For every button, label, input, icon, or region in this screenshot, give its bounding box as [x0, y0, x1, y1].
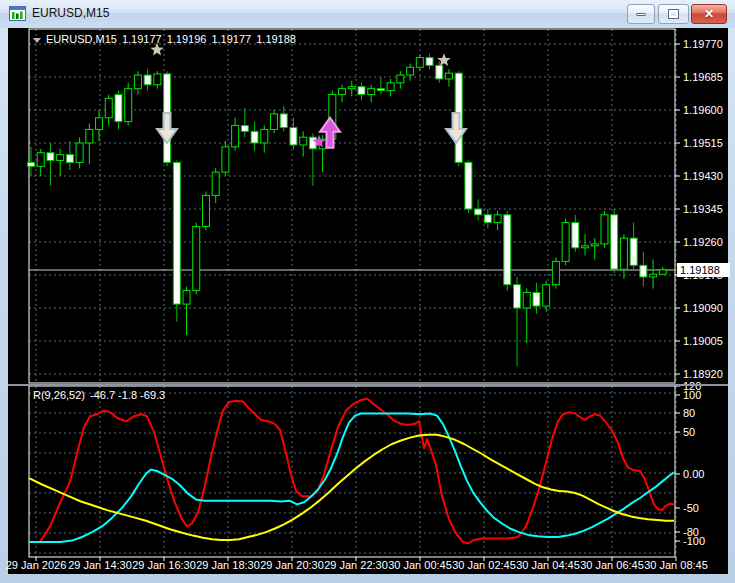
- time-axis-label: 30 Jan 08:45: [644, 559, 708, 571]
- time-axis-label: 29 Jan 14:30: [68, 559, 132, 571]
- time-axis-label: 30 Jan 04:45: [516, 559, 580, 571]
- indicator-name: R(9,26,52): [33, 389, 85, 401]
- chart-ohlc-header: EURUSD,M151.191771.191961.191771.19188: [33, 33, 301, 45]
- time-axis-label: 30 Jan 02:45: [452, 559, 516, 571]
- time-axis-label: 29 Jan 22:30: [324, 559, 388, 571]
- indicator-scale-label: -100: [683, 535, 705, 547]
- minimize-icon: [636, 13, 646, 16]
- mt4-chart-window: EURUSD,M151.191771.191961.191771.19188 R…: [0, 0, 735, 583]
- price-axis-label: 1.19345: [683, 203, 723, 215]
- restore-icon: [669, 10, 678, 18]
- indicator-scale-label: 100: [683, 389, 701, 401]
- chevron-down-icon: [33, 38, 41, 43]
- minimize-button[interactable]: [627, 4, 655, 24]
- time-axis-label: 29 Jan 18:30: [196, 559, 260, 571]
- indicator-values: -46.7 -1.8 -69.3: [90, 389, 165, 401]
- window-title: EURUSD,M15: [32, 6, 109, 20]
- chart-canvas[interactable]: [8, 28, 728, 574]
- indicator-scale-label: -50: [683, 502, 699, 514]
- title-bar[interactable]: EURUSD,M15 ✕: [0, 0, 735, 28]
- panel-splitter[interactable]: [8, 384, 728, 386]
- price-axis-label: 1.18920: [683, 368, 723, 380]
- price-axis-label: 1.19515: [683, 137, 723, 149]
- close-icon: ✕: [704, 8, 714, 20]
- indicator-scale-label: 50: [683, 426, 695, 438]
- price-axis-label: 1.19260: [683, 236, 723, 248]
- time-axis-label: 29 Jan 20:30: [260, 559, 324, 571]
- restore-button[interactable]: [658, 4, 689, 24]
- time-axis-label: 30 Jan 06:45: [580, 559, 644, 571]
- price-axis-label: 1.19005: [683, 335, 723, 347]
- time-axis-label: 30 Jan 00:45: [388, 559, 452, 571]
- current-price-tag: 1.19188: [677, 263, 730, 277]
- chart-window-icon: [9, 6, 26, 21]
- price-axis-label: 1.19600: [683, 104, 723, 116]
- indicator-label: R(9,26,52)-46.7 -1.8 -69.3: [33, 389, 170, 401]
- header-low: 1.19177: [211, 33, 251, 45]
- header-close: 1.19188: [256, 33, 296, 45]
- header-high: 1.19196: [167, 33, 207, 45]
- price-axis-label: 1.19430: [683, 170, 723, 182]
- price-axis-label: 1.19770: [683, 38, 723, 50]
- price-axis-label: 1.19685: [683, 71, 723, 83]
- close-button[interactable]: ✕: [691, 4, 727, 24]
- time-axis-label: 29 Jan 2026: [6, 559, 67, 571]
- time-axis-label: 29 Jan 16:30: [132, 559, 196, 571]
- header-symbol: EURUSD,M15: [46, 33, 117, 45]
- header-open: 1.19177: [122, 33, 162, 45]
- indicator-scale-label: 80: [683, 407, 695, 419]
- price-axis-label: 1.19090: [683, 302, 723, 314]
- indicator-scale-label: 0.00: [683, 468, 704, 480]
